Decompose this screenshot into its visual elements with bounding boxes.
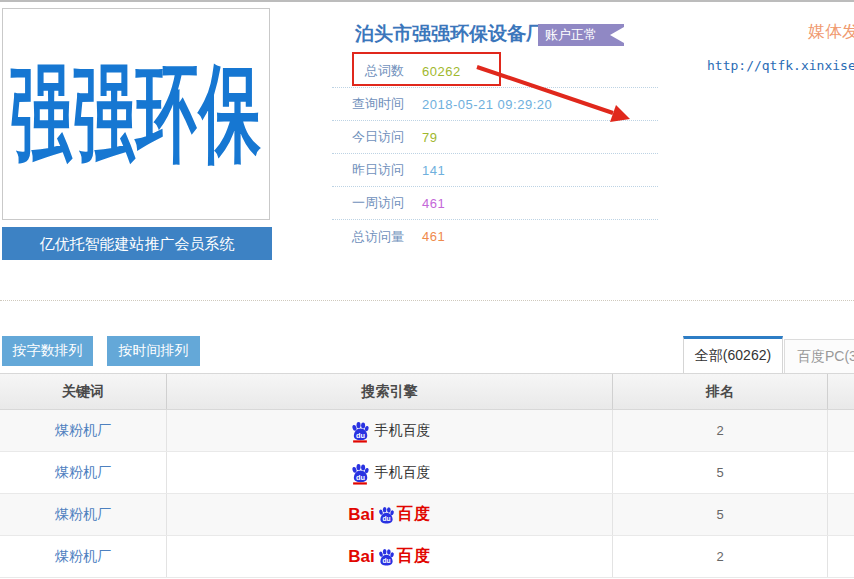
header-rank: 排名	[613, 374, 828, 409]
keyword-cell: 煤粉机厂	[0, 494, 167, 535]
account-status-label: 账户正常	[538, 24, 604, 46]
baidu-mobile-icon	[349, 419, 371, 443]
engine-name: 手机百度	[375, 464, 431, 482]
stat-row: 一周访问461	[332, 187, 658, 220]
table-row: 煤粉机厂Bai百度2	[0, 536, 854, 578]
member-system-page: 强强环保 亿优托智能建站推广会员系统 泊头市强强环保设备厂 账户正常 总词数60…	[0, 0, 854, 579]
stats-list: 总词数60262查询时间2018-05-21 09:29:20今日访问79昨日访…	[332, 55, 658, 253]
rank-value: 5	[716, 507, 723, 522]
rank-cell: 5	[613, 452, 828, 493]
clipped-cell	[828, 536, 854, 577]
rank-value: 2	[716, 549, 723, 564]
media-section-title: 媒体发	[808, 20, 854, 43]
clipped-cell	[828, 494, 854, 535]
stat-row: 查询时间2018-05-21 09:29:20	[332, 88, 658, 121]
header-search-engine: 搜索引擎	[167, 374, 613, 409]
stat-label: 查询时间	[352, 95, 404, 113]
stat-label: 一周访问	[352, 194, 404, 212]
keyword-link[interactable]: 煤粉机厂	[55, 548, 111, 566]
rank-cell: 2	[613, 536, 828, 577]
section-divider	[0, 300, 854, 301]
rank-cell: 5	[613, 494, 828, 535]
keyword-table: 关键词 搜索引擎 排名 煤粉机厂手机百度2煤粉机厂手机百度5煤粉机厂Bai百度5…	[0, 373, 854, 578]
search-engine-cell: 手机百度	[167, 410, 613, 451]
stat-label: 总词数	[352, 62, 404, 80]
table-row: 煤粉机厂手机百度5	[0, 452, 854, 494]
sort-by-words-button[interactable]: 按字数排列	[2, 336, 93, 366]
rank-value: 5	[716, 465, 723, 480]
rank-cell: 2	[613, 410, 828, 451]
stat-row: 总访问量461	[332, 220, 658, 253]
company-logo: 强强环保	[2, 8, 270, 220]
search-engine-cell: Bai百度	[167, 536, 613, 577]
baidu-logo-latin: Bai	[348, 505, 374, 525]
stat-value: 79	[422, 130, 437, 145]
baidu-pc-icon	[376, 505, 396, 525]
system-banner: 亿优托智能建站推广会员系统	[2, 227, 272, 260]
stat-value: 141	[422, 163, 445, 178]
keyword-cell: 煤粉机厂	[0, 452, 167, 493]
keyword-cell: 煤粉机厂	[0, 410, 167, 451]
engine-name: 百度	[397, 504, 431, 525]
search-engine-cell: Bai百度	[167, 494, 613, 535]
sort-by-time-button[interactable]: 按时间排列	[107, 336, 200, 366]
table-body: 煤粉机厂手机百度2煤粉机厂手机百度5煤粉机厂Bai百度5煤粉机厂Bai百度2	[0, 410, 854, 578]
company-title: 泊头市强强环保设备厂	[355, 21, 545, 47]
tab-all[interactable]: 全部(60262)	[683, 336, 783, 373]
table-row: 煤粉机厂Bai百度5	[0, 494, 854, 536]
keyword-link[interactable]: 煤粉机厂	[55, 422, 111, 440]
clipped-cell	[828, 410, 854, 451]
rank-value: 2	[716, 423, 723, 438]
badge-ribbon-tail-icon	[604, 24, 624, 46]
keyword-link[interactable]: 煤粉机厂	[55, 506, 111, 524]
keyword-cell: 煤粉机厂	[0, 536, 167, 577]
table-row: 煤粉机厂手机百度2	[0, 410, 854, 452]
stat-row: 今日访问79	[332, 121, 658, 154]
stat-value: 60262	[422, 64, 461, 79]
stat-value: 2018-05-21 09:29:20	[422, 97, 552, 112]
stat-row: 昨日访问141	[332, 154, 658, 187]
stat-label: 昨日访问	[352, 161, 404, 179]
clipped-cell	[828, 452, 854, 493]
site-url-link[interactable]: http://qtfk.xinxisea.	[707, 58, 854, 73]
baidu-logo-latin: Bai	[348, 547, 374, 567]
stat-value: 461	[422, 229, 445, 244]
tab-baidu-pc[interactable]: 百度PC(30	[784, 339, 854, 373]
company-logo-text: 强强环保	[10, 42, 262, 186]
header-keyword: 关键词	[0, 374, 167, 409]
engine-name: 百度	[397, 546, 431, 567]
keyword-link[interactable]: 煤粉机厂	[55, 464, 111, 482]
stat-label: 今日访问	[352, 128, 404, 146]
table-header-row: 关键词 搜索引擎 排名	[0, 373, 854, 410]
baidu-mobile-icon	[349, 461, 371, 485]
page-top-border	[0, 0, 854, 2]
baidu-pc-icon	[376, 547, 396, 567]
engine-name: 手机百度	[375, 422, 431, 440]
stat-value: 461	[422, 196, 445, 211]
account-status-badge: 账户正常	[538, 24, 624, 46]
stat-label: 总访问量	[352, 228, 404, 246]
stat-row: 总词数60262	[332, 55, 658, 88]
search-engine-cell: 手机百度	[167, 452, 613, 493]
header-clipped-column	[828, 374, 854, 409]
